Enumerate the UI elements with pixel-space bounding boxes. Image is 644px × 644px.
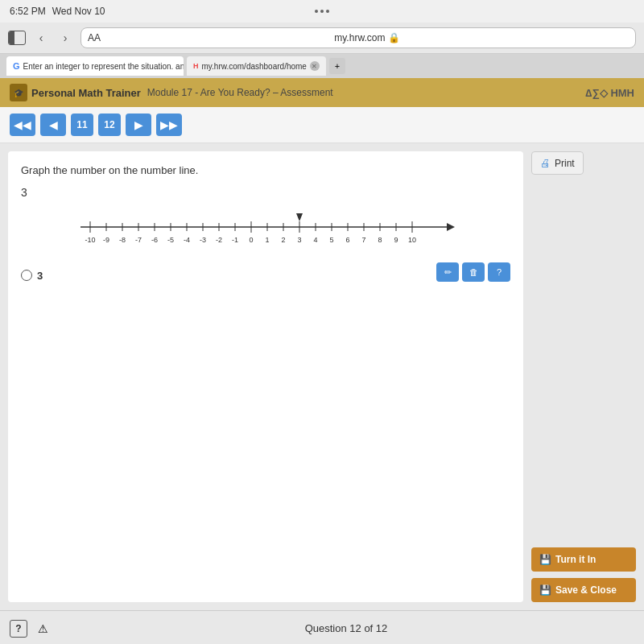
module-title: Module 17 - Are You Ready? – Assessment xyxy=(147,87,333,98)
svg-text:9: 9 xyxy=(394,236,398,244)
status-bar: 6:52 PM Wed Nov 10 xyxy=(0,0,644,23)
question-instruction: Graph the number on the number line. xyxy=(21,164,510,176)
tab-1[interactable]: G Enter an integer to represent the situ… xyxy=(6,56,184,76)
print-button[interactable]: 🖨 Print xyxy=(531,151,584,175)
device-frame: 6:52 PM Wed Nov 10 ‹ › AA my.hrw.com 🔒 G… xyxy=(0,0,644,644)
svg-text:-6: -6 xyxy=(151,236,158,244)
svg-marker-30 xyxy=(296,213,303,221)
sidebar-panel: 🖨 Print 💾 Turn it In 💾 Save & Close xyxy=(531,151,636,602)
svg-text:4: 4 xyxy=(313,236,317,244)
answer-label: 3 xyxy=(37,270,43,282)
sidebar-toggle-button[interactable] xyxy=(8,31,26,45)
status-time: 6:52 PM xyxy=(10,6,46,17)
svg-text:-7: -7 xyxy=(135,236,142,244)
status-dots xyxy=(315,10,329,13)
question-status: Question 12 of 12 xyxy=(58,622,634,634)
turn-in-icon: 💾 xyxy=(539,554,551,565)
browser-chrome: ‹ › AA my.hrw.com 🔒 xyxy=(0,23,644,54)
pmt-title: Personal Math Trainer xyxy=(31,87,141,99)
answer-row: 3 ✏ 🗑 ? xyxy=(21,262,510,282)
tabs-bar: G Enter an integer to represent the situ… xyxy=(0,54,644,78)
svg-text:-2: -2 xyxy=(216,236,222,244)
nav-bar: ◀◀ ◀ 11 12 ▶ ▶▶ xyxy=(0,107,644,143)
help-action-button[interactable]: ? xyxy=(488,262,510,282)
question-panel: Graph the number on the number line. 3 -… xyxy=(8,151,523,602)
print-icon: 🖨 xyxy=(540,157,551,169)
svg-text:-10: -10 xyxy=(85,236,95,244)
svg-text:1: 1 xyxy=(265,236,269,244)
radio-button[interactable] xyxy=(21,270,32,281)
answer-option[interactable]: 3 xyxy=(21,270,43,282)
svg-text:5: 5 xyxy=(329,236,333,244)
svg-text:-3: -3 xyxy=(200,236,206,244)
url-text: my.hrw.com 🔒 xyxy=(105,32,629,43)
status-date: Wed Nov 10 xyxy=(52,6,105,17)
delete-icon: 🗑 xyxy=(469,267,478,277)
delete-button[interactable]: 🗑 xyxy=(462,262,485,282)
action-buttons: ✏ 🗑 ? xyxy=(436,262,510,282)
warning-button[interactable]: ⚠ xyxy=(34,620,52,638)
pmt-logo: 🎓 Personal Math Trainer xyxy=(10,84,141,101)
forward-button[interactable]: › xyxy=(56,29,74,47)
google-icon: G xyxy=(13,61,20,71)
svg-text:10: 10 xyxy=(408,236,416,244)
number-line-container[interactable]: -10 -9 -8 -7 -6 -5 -4 xyxy=(21,207,510,254)
app-header: 🎓 Personal Math Trainer Module 17 - Are … xyxy=(0,78,644,107)
edit-icon: ✏ xyxy=(444,267,452,278)
print-label: Print xyxy=(555,158,575,169)
rewind-button[interactable]: ◀◀ xyxy=(10,114,35,136)
hrw-icon: H xyxy=(193,62,199,70)
svg-text:-1: -1 xyxy=(232,236,238,244)
number-line-svg: -10 -9 -8 -7 -6 -5 -4 xyxy=(21,207,510,251)
app-header-right: ∆∑◇ HMH xyxy=(586,87,634,99)
turn-in-label: Turn it In xyxy=(555,554,596,565)
help-action-icon: ? xyxy=(497,267,502,277)
svg-text:0: 0 xyxy=(249,236,253,244)
forward-nav-button[interactable]: ▶ xyxy=(126,114,151,136)
main-content: Graph the number on the number line. 3 -… xyxy=(0,143,644,610)
warning-icon: ⚠ xyxy=(38,622,48,635)
print-area: 🖨 Print xyxy=(531,151,636,175)
aa-text: AA xyxy=(88,32,101,43)
page-12-button[interactable]: 12 xyxy=(98,114,121,136)
app-header-left: 🎓 Personal Math Trainer Module 17 - Are … xyxy=(10,84,333,101)
spacer xyxy=(531,181,636,541)
svg-text:-4: -4 xyxy=(184,236,190,244)
tab-close-button[interactable]: ✕ xyxy=(310,61,320,71)
number-value: 3 xyxy=(21,186,510,199)
save-close-icon: 💾 xyxy=(539,584,551,596)
svg-text:-8: -8 xyxy=(119,236,126,244)
turn-it-in-button[interactable]: 💾 Turn it In xyxy=(531,547,636,572)
svg-text:2: 2 xyxy=(281,236,285,244)
svg-text:-9: -9 xyxy=(103,236,109,244)
save-close-button[interactable]: 💾 Save & Close xyxy=(531,578,636,602)
svg-text:6: 6 xyxy=(345,236,349,244)
svg-text:8: 8 xyxy=(378,236,382,244)
edit-button[interactable]: ✏ xyxy=(436,262,459,282)
new-tab-button[interactable]: + xyxy=(329,58,345,74)
lock-icon: 🔒 xyxy=(388,32,400,43)
svg-text:7: 7 xyxy=(361,236,365,244)
tab-2-text: my.hrw.com/dashboard/home xyxy=(202,62,307,71)
page-11-button[interactable]: 11 xyxy=(71,114,93,136)
bottom-bar: ? ⚠ Question 12 of 12 xyxy=(0,610,644,644)
back-nav-button[interactable]: ◀ xyxy=(40,114,66,136)
bottom-help-button[interactable]: ? xyxy=(10,620,27,638)
fast-forward-button[interactable]: ▶▶ xyxy=(156,114,182,136)
address-bar[interactable]: AA my.hrw.com 🔒 xyxy=(80,27,636,48)
svg-text:-5: -5 xyxy=(167,236,174,244)
save-close-label: Save & Close xyxy=(555,584,617,596)
pmt-icon: 🎓 xyxy=(10,84,27,101)
tab-2[interactable]: H my.hrw.com/dashboard/home ✕ xyxy=(187,56,326,76)
back-button[interactable]: ‹ xyxy=(32,29,50,47)
svg-text:3: 3 xyxy=(297,236,301,244)
svg-marker-1 xyxy=(447,223,455,231)
tab-1-text: Enter an integer to represent the situat… xyxy=(23,62,184,71)
